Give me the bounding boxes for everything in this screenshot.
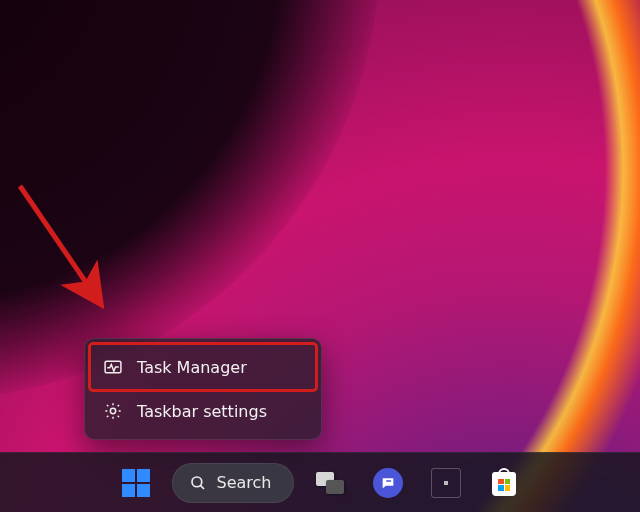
microsoft-store-button[interactable] — [482, 461, 526, 505]
search-icon — [189, 474, 207, 492]
task-view-button[interactable] — [308, 461, 352, 505]
taskbar-search-label: Search — [217, 473, 272, 492]
context-menu-item-task-manager[interactable]: Task Manager — [91, 345, 315, 389]
context-menu-item-taskbar-settings[interactable]: Taskbar settings — [91, 389, 315, 433]
pinned-app-button[interactable] — [424, 461, 468, 505]
context-menu-item-label: Taskbar settings — [137, 402, 267, 421]
taskbar: Search — [0, 452, 640, 512]
svg-line-4 — [200, 485, 204, 489]
taskbar-context-menu: Task Manager Taskbar settings — [84, 338, 322, 440]
task-view-icon — [316, 472, 344, 494]
windows-logo-icon — [122, 469, 150, 497]
store-icon — [489, 468, 519, 498]
svg-rect-5 — [386, 480, 391, 481]
svg-point-3 — [192, 477, 202, 487]
svg-point-2 — [110, 408, 115, 413]
taskbar-search[interactable]: Search — [172, 463, 295, 503]
chat-button[interactable] — [366, 461, 410, 505]
app-icon — [431, 468, 461, 498]
context-menu-item-label: Task Manager — [137, 358, 247, 377]
activity-monitor-icon — [103, 357, 123, 377]
start-button[interactable] — [114, 461, 158, 505]
gear-icon — [103, 401, 123, 421]
chat-icon — [373, 468, 403, 498]
